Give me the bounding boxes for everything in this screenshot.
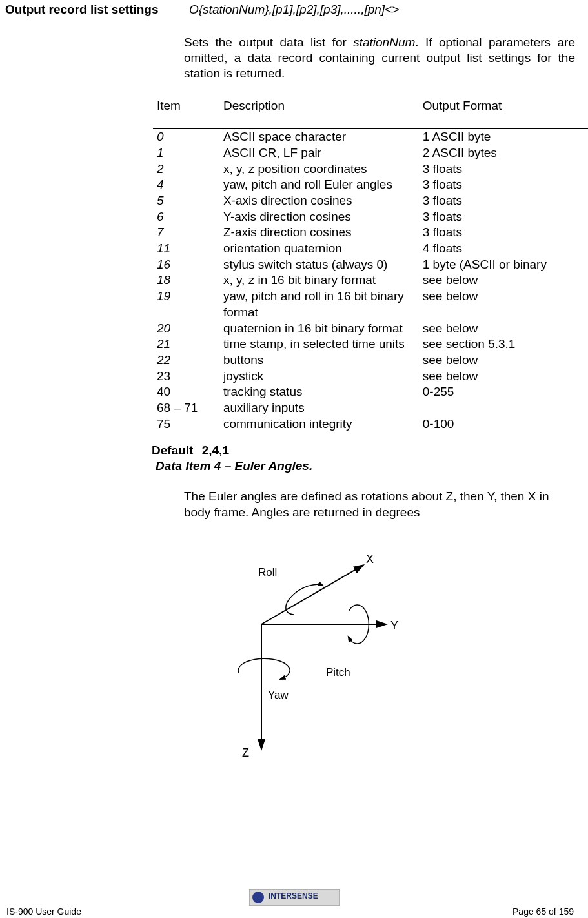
cell-item: 22 bbox=[153, 352, 219, 369]
desc-part1: Sets the output data list for bbox=[184, 36, 353, 49]
cell-desc: X-axis direction cosines bbox=[219, 193, 419, 209]
cell-item: 7 bbox=[153, 225, 219, 241]
cell-desc: buttons bbox=[219, 352, 419, 369]
yaw-label: Yaw bbox=[268, 689, 289, 701]
cell-fmt: 3 floats bbox=[419, 161, 588, 178]
th-format: Output Format bbox=[419, 96, 588, 129]
cell-fmt: see below bbox=[419, 289, 588, 320]
command-description: Sets the output data list for stationNum… bbox=[184, 35, 575, 81]
desc-station: stationNum bbox=[353, 36, 415, 49]
cell-fmt: 3 floats bbox=[419, 193, 588, 209]
cell-fmt: see section 5.3.1 bbox=[419, 336, 588, 352]
table-row: 11orientation quaternion4 floats bbox=[153, 241, 588, 257]
svg-point-4 bbox=[252, 892, 264, 903]
command-syntax: O{stationNum},[p1],[p2],[p3],.....,[pn]<… bbox=[189, 3, 399, 17]
cell-item: 20 bbox=[153, 321, 219, 337]
cell-fmt: 0-255 bbox=[419, 384, 588, 400]
table-row: 20quaternion in 16 bit binary formatsee … bbox=[153, 321, 588, 337]
cell-desc: joystick bbox=[219, 369, 419, 385]
cell-item: 5 bbox=[153, 193, 219, 209]
cell-desc: auxiliary inputs bbox=[219, 400, 419, 416]
cell-desc: time stamp, in selected time units bbox=[219, 336, 419, 352]
cell-desc: orientation quaternion bbox=[219, 241, 419, 257]
table-row: 18x, y, z in 16 bit binary formatsee bel… bbox=[153, 272, 588, 289]
table-row: 7Z-axis direction cosines3 floats bbox=[153, 225, 588, 241]
cell-desc: ASCII space character bbox=[219, 129, 419, 145]
cell-item: 19 bbox=[153, 289, 219, 320]
cell-item: 1 bbox=[153, 145, 219, 161]
output-format-table: Item Description Output Format 0ASCII sp… bbox=[153, 96, 588, 432]
cell-desc: stylus switch status (always 0) bbox=[219, 257, 419, 273]
footer-page-number: Page 65 of 159 bbox=[512, 906, 574, 917]
cell-fmt: 4 floats bbox=[419, 241, 588, 257]
cell-desc: Y-axis direction cosines bbox=[219, 209, 419, 225]
cell-desc: quaternion in 16 bit binary format bbox=[219, 321, 419, 337]
cell-fmt: 1 byte (ASCII or binary bbox=[419, 257, 588, 273]
th-item: Item bbox=[153, 96, 219, 129]
cell-desc: yaw, pitch and roll in 16 bit binary for… bbox=[219, 289, 419, 320]
table-row: 16stylus switch status (always 0)1 byte … bbox=[153, 257, 588, 273]
table-row: 6Y-axis direction cosines3 floats bbox=[153, 209, 588, 225]
footer-logo: INTERSENSE bbox=[249, 889, 340, 908]
cell-desc: yaw, pitch and roll Euler angles bbox=[219, 177, 419, 193]
cell-desc: communication integrity bbox=[219, 416, 419, 433]
cell-item: 4 bbox=[153, 177, 219, 193]
cell-item: 16 bbox=[153, 257, 219, 273]
cell-item: 23 bbox=[153, 369, 219, 385]
table-row: 22buttonssee below bbox=[153, 352, 588, 369]
cell-fmt bbox=[419, 400, 588, 416]
cell-item: 21 bbox=[153, 336, 219, 352]
th-desc: Description bbox=[219, 96, 419, 129]
pitch-label: Pitch bbox=[326, 666, 350, 678]
footer-logo-text: INTERSENSE bbox=[269, 892, 318, 901]
table-row: 40tracking status0-255 bbox=[153, 384, 588, 400]
axis-y-label: Y bbox=[390, 619, 398, 632]
table-row: 1ASCII CR, LF pair2 ASCII bytes bbox=[153, 145, 588, 161]
cell-item: 18 bbox=[153, 272, 219, 289]
footer-doc-title: IS-900 User Guide bbox=[6, 906, 81, 917]
default-row: Default 2,4,1 bbox=[152, 444, 575, 458]
cell-item: 6 bbox=[153, 209, 219, 225]
cell-fmt: 2 ASCII bytes bbox=[419, 145, 588, 161]
table-row: 0ASCII space character1 ASCII byte bbox=[153, 129, 588, 145]
cell-fmt: see below bbox=[419, 369, 588, 385]
roll-label: Roll bbox=[258, 566, 277, 578]
table-row: 21time stamp, in selected time unitssee … bbox=[153, 336, 588, 352]
table-row: 5X-axis direction cosines3 floats bbox=[153, 193, 588, 209]
cell-item: 11 bbox=[153, 241, 219, 257]
cell-desc: Z-axis direction cosines bbox=[219, 225, 419, 241]
cell-item: 0 bbox=[153, 129, 219, 145]
cell-fmt: 3 floats bbox=[419, 225, 588, 241]
cell-desc: x, y, z position coordinates bbox=[219, 161, 419, 178]
cell-item: 40 bbox=[153, 384, 219, 400]
cell-fmt: see below bbox=[419, 321, 588, 337]
table-row: 2x, y, z position coordinates3 floats bbox=[153, 161, 588, 178]
table-row: 4yaw, pitch and roll Euler angles3 float… bbox=[153, 177, 588, 193]
data-item-title: Data Item 4 – Euler Angles. bbox=[156, 459, 575, 473]
cell-desc: x, y, z in 16 bit binary format bbox=[219, 272, 419, 289]
cell-fmt: 0-100 bbox=[419, 416, 588, 433]
cell-item: 68 – 71 bbox=[153, 400, 219, 416]
axis-x-label: X bbox=[366, 553, 374, 566]
cell-desc: ASCII CR, LF pair bbox=[219, 145, 419, 161]
cell-fmt: see below bbox=[419, 352, 588, 369]
table-row: 68 – 71auxiliary inputs bbox=[153, 400, 588, 416]
cell-fmt: 3 floats bbox=[419, 209, 588, 225]
cell-fmt: 3 floats bbox=[419, 177, 588, 193]
table-row: 23joysticksee below bbox=[153, 369, 588, 385]
default-value: 2,4,1 bbox=[202, 444, 229, 457]
cell-fmt: 1 ASCII byte bbox=[419, 129, 588, 145]
default-label: Default bbox=[152, 444, 193, 457]
cell-desc: tracking status bbox=[219, 384, 419, 400]
cell-item: 75 bbox=[153, 416, 219, 433]
euler-angles-diagram: X Y Z Roll Pitch Yaw bbox=[197, 547, 575, 770]
table-row: 19yaw, pitch and roll in 16 bit binary f… bbox=[153, 289, 588, 320]
section-heading: Output record list settings bbox=[0, 3, 189, 17]
euler-description: The Euler angles are defined as rotation… bbox=[184, 489, 575, 520]
table-row: 75communication integrity0-100 bbox=[153, 416, 588, 433]
axis-z-label: Z bbox=[242, 746, 249, 759]
cell-fmt: see below bbox=[419, 272, 588, 289]
cell-item: 2 bbox=[153, 161, 219, 178]
